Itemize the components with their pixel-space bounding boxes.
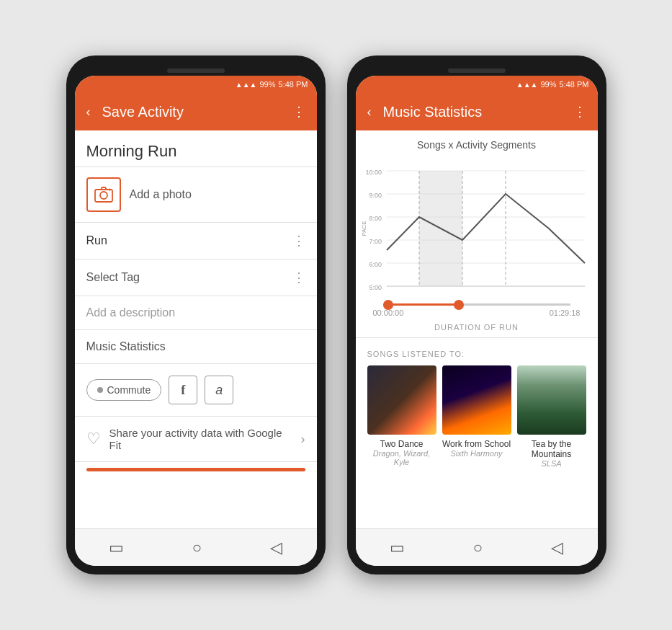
status-bar-2: ▲▲▲ 99% 5:48 PM (356, 76, 598, 93)
add-photo-row[interactable]: + Add a photo (75, 167, 317, 223)
song-thumbnail-3 (517, 365, 586, 435)
time-start: 00:00:00 (373, 309, 404, 317)
activity-type-menu[interactable]: ⋮ (292, 233, 305, 249)
svg-point-1 (100, 192, 107, 199)
song-item-3[interactable]: Tea by the Mountains SLSA (517, 365, 586, 468)
content-2: Songs x Activity Segments 10:00 9:00 8:0… (356, 130, 598, 528)
battery-text-2: 99% (541, 80, 557, 89)
nav-square-icon[interactable]: ▭ (109, 538, 124, 557)
slider-fill (383, 303, 458, 306)
nav-bar-1: ▭ ○ ◁ (75, 528, 317, 566)
battery-text: 99% (260, 80, 276, 89)
chart-area: 10:00 9:00 8:00 7:00 6:00 5:00 PACE (362, 156, 592, 301)
svg-text:+: + (108, 187, 112, 193)
menu-button-2[interactable]: ⋮ (568, 98, 592, 125)
nav-back-icon-2[interactable]: ◁ (551, 538, 563, 557)
phone-screen-1: ▲▲▲ 99% 5:48 PM ‹ Save Activity ⋮ Mornin… (75, 76, 317, 566)
phone-notch-area-2 (356, 64, 598, 76)
nav-bar-2: ▭ ○ ◁ (356, 528, 598, 566)
time-text: 5:48 PM (279, 80, 308, 89)
svg-text:7:00: 7:00 (369, 238, 382, 245)
select-tag-text: Select Tag (86, 271, 140, 284)
divider (356, 337, 598, 338)
svg-text:5:00: 5:00 (369, 284, 382, 291)
activity-name-row: Morning Run (75, 130, 317, 167)
content-1: Morning Run + Add a photo Run ⋮ (75, 130, 317, 528)
song-title-3: Tea by the Mountains (517, 439, 586, 459)
slider-track (383, 303, 570, 306)
photo-icon-box: + (86, 177, 121, 212)
description-input[interactable]: Add a description (86, 306, 176, 319)
activity-type-text: Run (86, 234, 107, 247)
music-stats-label: Music Statistics (86, 340, 166, 352)
commute-button[interactable]: Commute (86, 379, 162, 401)
facebook-button[interactable]: f (169, 376, 197, 404)
speaker-grille (167, 68, 225, 73)
commute-dot (97, 387, 103, 393)
svg-text:9:00: 9:00 (369, 192, 382, 199)
song-thumb-forest (517, 365, 586, 435)
share-buttons-row: Commute f a (75, 364, 317, 417)
svg-text:8:00: 8:00 (369, 215, 382, 222)
phone-notch-area (75, 64, 317, 76)
svg-text:6:00: 6:00 (369, 261, 382, 268)
song-title-2: Work from School (442, 439, 511, 449)
google-fit-text: Share your activity data with Google Fit (109, 427, 292, 451)
songs-section: SONGS LISTENED TO: Two Dance Dragon, Wiz… (356, 344, 598, 474)
phone-screen-2: ▲▲▲ 99% 5:48 PM ‹ Music Statistics ⋮ Son… (356, 76, 598, 566)
facebook-icon: f (181, 383, 185, 398)
amazon-icon: a (215, 383, 223, 398)
camera-icon: + (94, 185, 114, 205)
nav-back-icon[interactable]: ◁ (270, 538, 282, 557)
time-end: 01:29:18 (550, 309, 581, 317)
svg-text:PACE: PACE (362, 221, 367, 236)
song-artist-2: Sixth Harmony (442, 449, 511, 458)
phone-1: ▲▲▲ 99% 5:48 PM ‹ Save Activity ⋮ Mornin… (66, 56, 326, 574)
back-button-2[interactable]: ‹ (362, 99, 377, 125)
slider-thumb-left[interactable] (383, 300, 393, 310)
chart-container: Songs x Activity Segments 10:00 9:00 8:0… (356, 130, 598, 332)
song-thumbnail-1 (367, 365, 436, 435)
music-stats-row[interactable]: Music Statistics (75, 330, 317, 364)
select-tag-row[interactable]: Select Tag ⋮ (75, 259, 317, 296)
slider-container[interactable] (362, 303, 592, 306)
chart-title: Songs x Activity Segments (362, 139, 592, 151)
app-bar-2: ‹ Music Statistics ⋮ (356, 93, 598, 130)
heart-icon: ♡ (86, 430, 101, 448)
description-row[interactable]: Add a description (75, 296, 317, 330)
nav-circle-icon[interactable]: ○ (192, 538, 202, 557)
time-text-2: 5:48 PM (560, 80, 589, 89)
song-item-2[interactable]: Work from School Sixth Harmony (442, 365, 511, 468)
song-item-1[interactable]: Two Dance Dragon, Wizard, Kyle (367, 365, 436, 468)
song-thumb-space (442, 365, 511, 435)
activity-name[interactable]: Morning Run (86, 142, 305, 161)
speaker-grille-2 (448, 68, 506, 73)
google-fit-row[interactable]: ♡ Share your activity data with Google F… (75, 417, 317, 462)
amazon-button[interactable]: a (205, 376, 233, 404)
progress-bar (86, 468, 305, 471)
chevron-right-icon: › (301, 432, 305, 447)
status-bar-1: ▲▲▲ 99% 5:48 PM (75, 76, 317, 93)
song-title-1: Two Dance (367, 439, 436, 449)
song-artist-1: Dragon, Wizard, Kyle (367, 449, 436, 466)
app-bar-title-2: Music Statistics (383, 104, 562, 120)
back-button-1[interactable]: ‹ (81, 99, 97, 125)
select-tag-menu[interactable]: ⋮ (292, 270, 305, 285)
commute-label: Commute (107, 384, 151, 396)
app-bar-1: ‹ Save Activity ⋮ (75, 93, 317, 130)
nav-square-icon-2[interactable]: ▭ (390, 538, 405, 557)
songs-header: SONGS LISTENED TO: (367, 350, 586, 358)
pace-chart: 10:00 9:00 8:00 7:00 6:00 5:00 PACE (362, 156, 592, 301)
duration-label: DURATION OF RUN (362, 323, 592, 332)
time-labels: 00:00:00 01:29:18 (362, 306, 592, 320)
svg-text:10:00: 10:00 (365, 169, 382, 176)
slider-thumb-right[interactable] (454, 300, 464, 310)
song-artist-3: SLSA (517, 459, 586, 468)
songs-grid: Two Dance Dragon, Wizard, Kyle Work from… (367, 365, 586, 468)
menu-button-1[interactable]: ⋮ (287, 98, 311, 125)
nav-circle-icon-2[interactable]: ○ (473, 538, 483, 557)
activity-type-row[interactable]: Run ⋮ (75, 223, 317, 259)
phone-2: ▲▲▲ 99% 5:48 PM ‹ Music Statistics ⋮ Son… (347, 56, 606, 574)
app-bar-title-1: Save Activity (102, 104, 281, 120)
song-thumb-rain (367, 365, 436, 435)
